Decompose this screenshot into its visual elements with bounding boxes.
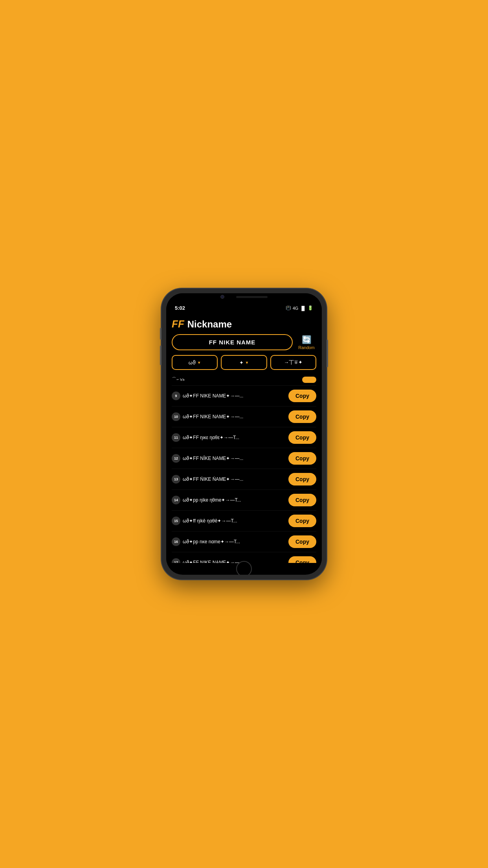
title-nickname: Nickname — [187, 319, 232, 330]
status-time: 5:02 — [175, 305, 185, 311]
camera-icon — [220, 295, 224, 299]
item-num-16: 16 — [172, 537, 180, 546]
copy-button-11[interactable]: Copy — [288, 431, 316, 444]
partial-badge — [302, 377, 316, 383]
side-button-volume — [160, 346, 161, 365]
item-text-15: ωϑ✦ff ηikē ηαθē✦→—T... — [183, 518, 285, 524]
battery-icon: 🔋 — [308, 305, 313, 311]
item-text-9: ωϑ✦FF NIKE NAME✦→—... — [183, 393, 285, 399]
phone-frame: 5:02 📳 4G ▐▌ 🔋 FF Nickname FF NIKE NAME … — [161, 289, 327, 579]
side-button-mute — [160, 328, 161, 340]
side-button-power — [327, 340, 328, 367]
signal-icon: ▐▌ — [300, 306, 306, 311]
filter-btn-2[interactable]: ✦ ▼ — [221, 355, 267, 370]
item-text-14: ωϑ✦pp ηike ηθme✦→—T... — [183, 497, 285, 503]
list-item: 9 ωϑ✦FF NIKE NAME✦→—... Copy — [172, 386, 316, 406]
filter-2-symbol: ✦ — [239, 360, 244, 366]
list-item: 13 ωϑ✦FF ŃIKE ŃAME✦→—... Copy — [172, 469, 316, 490]
copy-button-10[interactable]: Copy — [288, 410, 316, 423]
item-num-10: 10 — [172, 412, 180, 421]
item-num-15: 15 — [172, 517, 180, 525]
item-num-13: 13 — [172, 475, 180, 484]
item-text-13: ωϑ✦FF ŃIKE ŃAME✦→—... — [183, 476, 285, 482]
copy-button-12[interactable]: Copy — [288, 452, 316, 465]
item-text-16: ωϑ✦pp nκe nαme✦→—T... — [183, 539, 285, 544]
vibrate-icon: 📳 — [286, 305, 291, 311]
filter-btn-1[interactable]: ωϑ ▼ — [172, 355, 218, 370]
item-num-12: 12 — [172, 454, 180, 463]
item-text-17: ωϑ✦FF NIKE NAME✦→—... — [183, 560, 285, 563]
list-item: 12 ωϑ✦FF NĪKE NAME✦→—... Copy — [172, 448, 316, 469]
list-item: 11 ωϑ✦FF ηικε ηαθε✦→—T... Copy — [172, 427, 316, 448]
app-title-row: FF Nickname — [172, 313, 316, 334]
results-list: ⌒∽ ৯৯ 9 ωϑ✦FF NIKE NAME✦→—... Copy 10 ωϑ… — [172, 374, 316, 563]
filter-3-symbol: →丅∓✦ — [284, 359, 303, 366]
phone-screen: 5:02 📳 4G ▐▌ 🔋 FF Nickname FF NIKE NAME … — [166, 293, 322, 575]
search-input[interactable]: FF NIKE NAME — [172, 334, 293, 350]
speaker-bar — [236, 296, 268, 298]
list-item: 10 ωϑ✦FF NIKE NAME✦→—... Copy — [172, 406, 316, 427]
app-content: FF Nickname FF NIKE NAME 🔄 Random ωϑ ▼ ✦ — [166, 313, 322, 563]
network-icon: 4G — [293, 306, 299, 311]
item-num-11: 11 — [172, 433, 180, 442]
item-num-14: 14 — [172, 496, 180, 504]
status-bar: 5:02 📳 4G ▐▌ 🔋 — [166, 301, 322, 313]
title-ff: FF — [172, 318, 184, 330]
home-indicator — [166, 563, 322, 575]
item-text-12: ωϑ✦FF NĪKE NAME✦→—... — [183, 456, 285, 461]
item-text-11: ωϑ✦FF ηικε ηαθε✦→—T... — [183, 435, 285, 440]
item-num-17: 17 — [172, 558, 180, 563]
filter-1-arrow: ▼ — [197, 360, 201, 365]
partial-item-text: ⌒∽ ৯৯ — [172, 376, 299, 383]
notch — [166, 293, 322, 301]
filter-row: ωϑ ▼ ✦ ▼ →丅∓✦ — [172, 355, 316, 370]
partial-item: ⌒∽ ৯৯ — [172, 374, 316, 386]
filter-1-symbol: ωϑ — [189, 360, 196, 366]
status-icons: 📳 4G ▐▌ 🔋 — [286, 305, 313, 311]
random-icon: 🔄 — [302, 335, 312, 344]
item-num-9: 9 — [172, 392, 180, 400]
copy-button-9[interactable]: Copy — [288, 390, 316, 402]
list-item: 14 ωϑ✦pp ηike ηθme✦→—T... Copy — [172, 490, 316, 511]
copy-button-14[interactable]: Copy — [288, 494, 316, 506]
copy-button-16[interactable]: Copy — [288, 535, 316, 548]
filter-2-arrow: ▼ — [245, 360, 249, 365]
copy-button-13[interactable]: Copy — [288, 473, 316, 485]
random-button[interactable]: 🔄 Random — [297, 335, 316, 350]
item-text-10: ωϑ✦FF NIKE NAME✦→—... — [183, 414, 285, 419]
copy-button-17[interactable]: Copy — [288, 556, 316, 563]
home-button[interactable] — [236, 561, 252, 575]
filter-btn-3[interactable]: →丅∓✦ — [270, 355, 316, 370]
list-item: 16 ωϑ✦pp nκe nαme✦→—T... Copy — [172, 531, 316, 552]
search-row: FF NIKE NAME 🔄 Random — [172, 334, 316, 350]
random-label: Random — [298, 345, 315, 350]
copy-button-15[interactable]: Copy — [288, 515, 316, 527]
list-item: 15 ωϑ✦ff ηikē ηαθē✦→—T... Copy — [172, 511, 316, 531]
